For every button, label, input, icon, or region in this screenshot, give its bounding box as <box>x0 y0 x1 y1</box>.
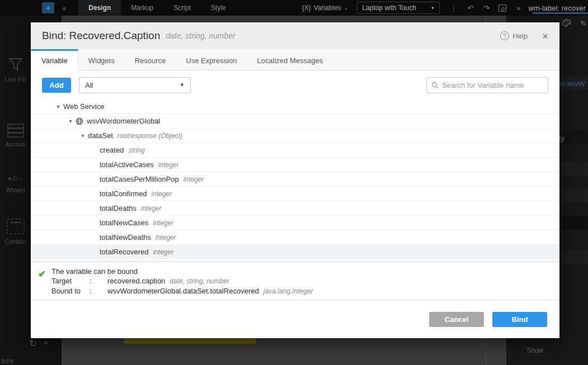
dialog-toolbar: Add All ▼ <box>31 70 559 99</box>
sidebar-bottom-label: ture <box>1 357 13 365</box>
tree-row-totalConfirmed[interactable]: totalConfirmed integer <box>31 187 559 201</box>
tree-row-totalRecovered[interactable]: totalRecovered integer <box>31 245 559 259</box>
chevron-down-icon: ⌄ <box>344 5 349 11</box>
redo-icon[interactable]: ↷ <box>483 4 490 12</box>
search-icon <box>431 82 439 89</box>
palette-item-wizard[interactable]: ●⊙○ Wizard <box>0 174 31 193</box>
dialog-tabs: Variable Widgets Resource Use Expression… <box>31 49 559 70</box>
palette-icon[interactable] <box>562 19 571 27</box>
tab-style[interactable]: Style <box>201 0 236 16</box>
dialog-header: Bind: Recovered.Caption date, string, nu… <box>31 22 559 49</box>
collapse-icon[interactable]: « <box>62 4 66 12</box>
help-icon: ? <box>500 31 509 40</box>
tree-row-totalNewCases[interactable]: totalNewCases integer <box>31 216 559 230</box>
tree-row-totalCasesPerMillionPop[interactable]: totalCasesPerMillionPop integer <box>31 172 559 187</box>
status-target-row: Target:recovered.captiondate, string, nu… <box>51 276 559 286</box>
dialog-subtitle: date, string, number <box>166 31 236 40</box>
variables-menu[interactable]: {X} Variables ⌄ <box>302 4 349 12</box>
add-icon[interactable]: + <box>43 338 48 349</box>
binding-link-fragment[interactable]: les.wsvW <box>557 80 585 88</box>
container-icon <box>6 218 25 235</box>
tab-design[interactable]: Design <box>78 0 121 16</box>
bind-dialog: Bind: Recovered.Caption date, string, nu… <box>31 22 559 338</box>
accordion-icon <box>7 123 25 138</box>
dialog-title: Bind: Recovered.Caption <box>42 30 160 42</box>
pencil-icon[interactable]: ✎ <box>580 19 587 28</box>
tab-widgets[interactable]: Widgets <box>78 49 125 70</box>
tree-row-totalDeaths[interactable]: totalDeaths integer <box>31 201 559 216</box>
tree-row-dataSet[interactable]: ▾ dataSet rootresponse (Object) <box>31 129 559 143</box>
dropdown-caret-icon: ▼ <box>180 82 185 88</box>
variable-tree: ▾ Web Service ▾ wsvWordometerGlobal <box>31 99 559 262</box>
status-message: The variable can be bound <box>51 267 559 276</box>
tab-script[interactable]: Script <box>163 0 201 16</box>
tree-row-web-service[interactable]: ▾ Web Service <box>31 99 559 114</box>
wizard-steps-icon: ●⊙○ <box>0 174 31 182</box>
device-selector[interactable]: Laptop with Touch ▼ <box>357 2 440 14</box>
caret-down-icon[interactable]: ▾ <box>65 118 76 124</box>
save-icon[interactable] <box>498 4 506 12</box>
palette-item-accordion[interactable]: Accordi <box>0 123 31 148</box>
mode-tabs: Design Markup Script Style <box>78 0 236 16</box>
expand-panel-icon[interactable]: » <box>516 4 520 12</box>
close-icon[interactable]: × <box>542 31 548 41</box>
caret-down-icon[interactable]: ▾ <box>78 132 88 139</box>
target-value: recovered.caption <box>107 277 165 285</box>
studio-app: + « Design Markup Script Style {X} Varia… <box>0 0 588 365</box>
undo-icon[interactable]: ↶ <box>467 4 473 12</box>
help-button[interactable]: ? Help <box>500 31 528 40</box>
palette-item-container[interactable]: Contain <box>0 218 31 245</box>
tab-resource[interactable]: Resource <box>125 49 176 70</box>
caret-down-icon[interactable]: ▾ <box>53 103 63 110</box>
tree-row-totalNewDeaths[interactable]: totalNewDeaths integer <box>31 230 559 245</box>
variable-search <box>426 77 548 93</box>
show-property-label: Show <box>526 347 543 354</box>
tree-row-wsvWordometerGlobal[interactable]: ▾ wsvWordometerGlobal <box>31 114 559 129</box>
studio-topbar: + « Design Markup Script Style {X} Varia… <box>0 0 588 16</box>
active-panel-tab-underline <box>533 12 588 14</box>
bound-type: java.lang.Integer <box>264 287 313 295</box>
funnel-icon <box>7 56 24 73</box>
status-bound-row: Bound to:wsvWordometerGlobal.dataSet.tot… <box>51 286 559 296</box>
more-options-icon[interactable]: ⋮ <box>450 4 457 12</box>
tab-localized-messages[interactable]: Localized Messages <box>247 49 333 70</box>
check-icon: ✔ <box>38 268 46 280</box>
palette-item-live-filter[interactable]: Live Filt <box>0 56 31 83</box>
add-page-button[interactable]: + <box>42 2 54 13</box>
variables-icon: {X} <box>302 4 311 12</box>
bind-status: ✔ The variable can be bound Target:recov… <box>31 262 559 300</box>
target-type: date, string, number <box>170 277 229 285</box>
tree-row-created[interactable]: created string <box>31 143 559 158</box>
add-button[interactable]: Add <box>42 78 71 93</box>
tab-variable[interactable]: Variable <box>31 49 78 70</box>
filter-select[interactable]: All ▼ <box>79 77 191 93</box>
tab-markup[interactable]: Markup <box>121 0 163 16</box>
globe-icon <box>76 117 83 125</box>
tab-use-expression[interactable]: Use Expression <box>176 49 247 70</box>
dialog-footer: Cancel Bind <box>31 300 559 338</box>
dropdown-caret-icon: ▼ <box>430 6 435 11</box>
tree-row-totalActiveCases[interactable]: totalActiveCases integer <box>31 158 559 172</box>
search-input[interactable] <box>442 81 543 89</box>
cancel-button[interactable]: Cancel <box>429 312 484 327</box>
refresh-icon[interactable]: ↻ <box>29 338 36 349</box>
bound-value: wsvWordometerGlobal.dataSet.totalRecover… <box>107 287 259 295</box>
selected-widget-title: wm-label: recover <box>528 4 586 12</box>
bind-button[interactable]: Bind <box>492 312 547 327</box>
